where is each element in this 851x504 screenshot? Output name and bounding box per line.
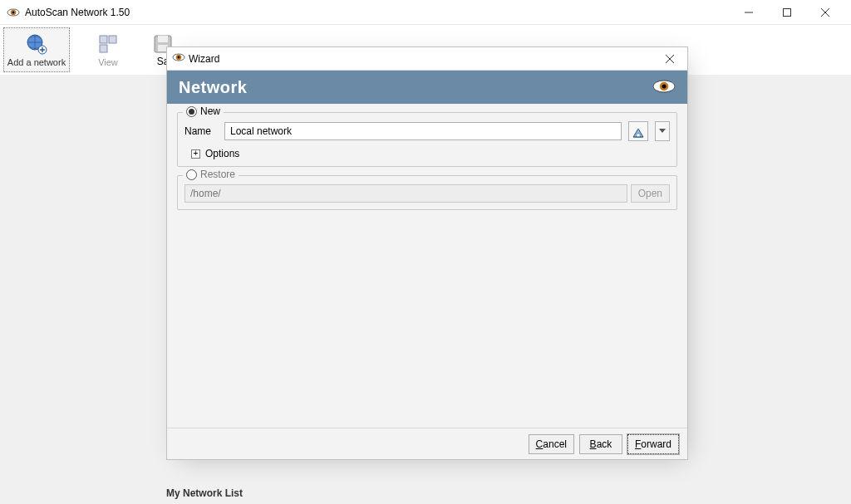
name-label: Name xyxy=(184,125,218,137)
view-icon xyxy=(96,32,120,56)
wizard-body: New Name + Options xyxy=(167,104,687,428)
options-label: Options xyxy=(205,148,239,159)
restore-open-button: Open xyxy=(631,184,670,203)
restore-groupbox: Restore Open xyxy=(177,175,677,210)
wizard-header-eye-icon xyxy=(652,79,676,96)
options-expand-icon[interactable]: + xyxy=(191,149,200,159)
new-legend[interactable]: New xyxy=(183,105,224,117)
toolbar-view-label: View xyxy=(98,57,118,67)
close-button[interactable] xyxy=(806,0,844,25)
toolbar-add-network[interactable]: Add a network xyxy=(3,27,70,72)
svg-rect-18 xyxy=(637,134,640,137)
new-radio[interactable] xyxy=(186,106,197,117)
icon-dropdown[interactable] xyxy=(655,121,670,141)
wizard-eye-icon xyxy=(172,51,185,66)
network-icon-picker[interactable] xyxy=(628,121,648,141)
network-list-heading: My Network List xyxy=(166,487,243,499)
svg-point-2 xyxy=(12,11,15,13)
left-panel xyxy=(0,75,166,504)
wizard-title: Wizard xyxy=(189,53,657,65)
forward-button[interactable]: Forward xyxy=(627,434,679,454)
wizard-close-button[interactable] xyxy=(657,50,682,68)
new-legend-text: New xyxy=(200,105,220,117)
wizard-titlebar[interactable]: Wizard xyxy=(167,47,687,71)
svg-point-14 xyxy=(178,56,180,59)
toolbar-view[interactable]: View xyxy=(75,27,141,72)
wizard-footer: Cancel Back Forward xyxy=(167,428,687,459)
svg-rect-6 xyxy=(100,36,107,43)
network-name-input[interactable] xyxy=(224,122,622,140)
restore-radio[interactable] xyxy=(186,169,197,180)
wizard-dialog: Wizard Network New Name xyxy=(166,46,688,460)
main-titlebar: AutoScan Network 1.50 xyxy=(0,0,851,25)
minimize-button[interactable] xyxy=(730,0,768,25)
svg-point-17 xyxy=(662,84,667,88)
toolbar-add-network-label: Add a network xyxy=(7,57,66,67)
wizard-header: Network xyxy=(167,71,687,104)
cancel-button[interactable]: Cancel xyxy=(529,434,574,454)
main-window-title: AutoScan Network 1.50 xyxy=(25,7,730,18)
app-eye-icon xyxy=(7,6,20,19)
maximize-button[interactable] xyxy=(768,0,806,25)
back-button[interactable]: Back xyxy=(579,434,622,454)
svg-rect-7 xyxy=(109,36,116,43)
window-controls xyxy=(730,0,844,25)
restore-path-input xyxy=(184,184,627,203)
svg-rect-3 xyxy=(784,8,791,16)
options-expander-row[interactable]: + Options xyxy=(184,148,670,159)
chevron-down-icon xyxy=(659,129,666,134)
svg-rect-10 xyxy=(158,36,168,42)
svg-rect-8 xyxy=(100,45,107,52)
restore-legend[interactable]: Restore xyxy=(183,169,239,180)
restore-legend-text: Restore xyxy=(200,169,235,180)
new-groupbox: New Name + Options xyxy=(177,112,677,167)
globe-plus-icon xyxy=(25,32,48,56)
wizard-heading: Network xyxy=(179,78,247,97)
